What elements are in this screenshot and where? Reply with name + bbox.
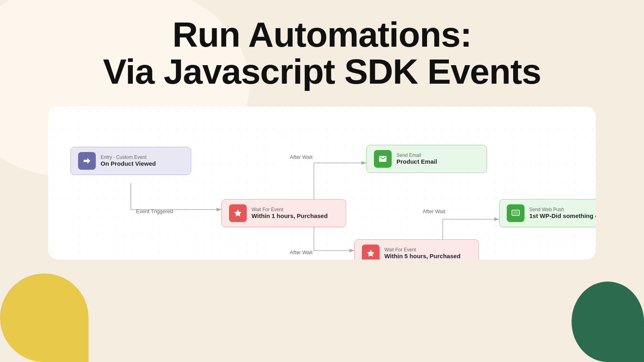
arrow-label-event-triggered: Event Triggered [136, 208, 173, 214]
diagram-inner: Event Triggered After Wait After Wait Af… [48, 107, 596, 259]
wait-event-2-icon [362, 245, 380, 259]
send-email-title: Product Email [396, 158, 437, 165]
node-entry: Entry - Custom Event On Product Viewed [70, 147, 191, 175]
bg-blob-yellow [0, 274, 89, 362]
node-wait-event-1: Wait For Event Within 1 hours, Purchased [221, 199, 346, 227]
send-email-icon [374, 150, 392, 168]
entry-icon [78, 152, 96, 170]
page-title: Run Automations: Via Javascript SDK Even… [103, 16, 541, 90]
entry-title: On Product Viewed [101, 160, 156, 167]
bg-blob-green [572, 282, 644, 362]
entry-label: Entry - Custom Event [101, 154, 156, 160]
svg-rect-2 [513, 211, 518, 214]
send-push-text: Send Web Push 1st WP-Did something catc.… [529, 207, 596, 219]
wait-event-1-icon [229, 204, 247, 222]
node-send-email: Send Email Product Email [366, 145, 487, 173]
page-content: Run Automations: Via Javascript SDK Even… [0, 0, 644, 259]
wait-event-2-title: Within 5 hours, Purchased [384, 253, 460, 259]
arrows-svg [48, 107, 596, 259]
arrow-label-after-wait-2: After Wait [290, 249, 313, 255]
send-email-text: Send Email Product Email [396, 152, 437, 165]
send-push-label: Send Web Push [529, 207, 596, 212]
diagram-card: Event Triggered After Wait After Wait Af… [48, 107, 596, 259]
send-push-icon [507, 204, 524, 222]
send-email-label: Send Email [396, 152, 437, 158]
send-push-title: 1st WP-Did something catc... [529, 212, 596, 219]
wait-event-2-label: Wait For Event [384, 247, 460, 253]
wait-event-1-title: Within 1 hours, Purchased [252, 212, 328, 219]
entry-text: Entry - Custom Event On Product Viewed [101, 154, 156, 167]
wait-event-1-label: Wait For Event [252, 207, 328, 212]
wait-event-1-text: Wait For Event Within 1 hours, Purchased [252, 207, 328, 219]
wait-event-2-text: Wait For Event Within 5 hours, Purchased [384, 247, 460, 259]
node-wait-event-2: Wait For Event Within 5 hours, Purchased [354, 239, 479, 259]
node-send-push: Send Web Push 1st WP-Did something catc.… [499, 199, 596, 227]
arrow-label-after-wait-3: After Wait [423, 208, 446, 214]
arrow-label-after-wait-1: After Wait [290, 154, 313, 160]
